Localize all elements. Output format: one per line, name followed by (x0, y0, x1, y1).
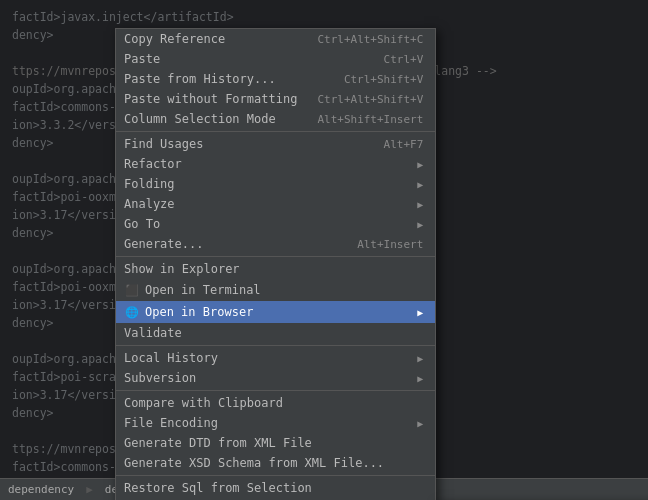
menu-item-find-usages[interactable]: Find Usages Alt+F7 (116, 134, 435, 154)
terminal-icon: ⬛ (124, 282, 140, 298)
menu-item-generate-dtd[interactable]: Generate DTD from XML File (116, 433, 435, 453)
browser-icon: 🌐 (124, 304, 140, 320)
menu-item-restore-sql[interactable]: Restore Sql from Selection (116, 478, 435, 498)
bottom-item-label-1: dependency (8, 483, 74, 496)
menu-item-refactor[interactable]: Refactor ▶ (116, 154, 435, 174)
menu-item-local-history[interactable]: Local History ▶ (116, 348, 435, 368)
menu-item-analyze[interactable]: Analyze ▶ (116, 194, 435, 214)
menu-item-go-to[interactable]: Go To ▶ (116, 214, 435, 234)
menu-item-paste-without-formatting[interactable]: Paste without Formatting Ctrl+Alt+Shift+… (116, 89, 435, 109)
menu-item-generate-xsd[interactable]: Generate XSD Schema from XML File... (116, 453, 435, 473)
menu-item-file-encoding[interactable]: File Encoding ▶ (116, 413, 435, 433)
separator-2 (116, 256, 435, 257)
menu-item-folding[interactable]: Folding ▶ (116, 174, 435, 194)
context-menu[interactable]: Copy Reference Ctrl+Alt+Shift+C Paste Ct… (115, 28, 436, 500)
separator-3 (116, 345, 435, 346)
menu-item-copy-reference[interactable]: Copy Reference Ctrl+Alt+Shift+C (116, 29, 435, 49)
separator-5 (116, 475, 435, 476)
menu-item-compare-clipboard[interactable]: Compare with Clipboard (116, 393, 435, 413)
menu-item-validate[interactable]: Validate (116, 323, 435, 343)
menu-item-paste[interactable]: Paste Ctrl+V (116, 49, 435, 69)
menu-item-open-in-terminal[interactable]: ⬛ Open in Terminal (116, 279, 435, 301)
menu-item-open-in-browser[interactable]: 🌐 Open in Browser ▶ ♻ Reimport 📁 Generat… (116, 301, 435, 323)
menu-item-generate[interactable]: Generate... Alt+Insert (116, 234, 435, 254)
bottom-item-dependency-1[interactable]: dependency (8, 483, 74, 496)
separator-1 (116, 131, 435, 132)
menu-item-paste-from-history[interactable]: Paste from History... Ctrl+Shift+V (116, 69, 435, 89)
context-menu-wrapper: Copy Reference Ctrl+Alt+Shift+C Paste Ct… (115, 28, 436, 500)
menu-item-show-in-explorer[interactable]: Show in Explorer (116, 259, 435, 279)
menu-item-column-selection[interactable]: Column Selection Mode Alt+Shift+Insert (116, 109, 435, 129)
menu-item-subversion[interactable]: Subversion ▶ (116, 368, 435, 388)
separator-4 (116, 390, 435, 391)
